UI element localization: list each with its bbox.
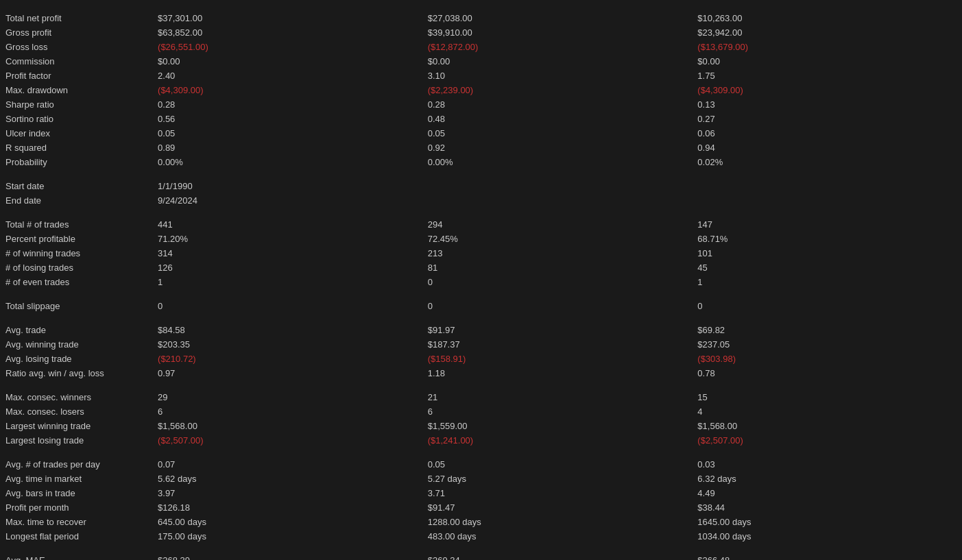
row-label: Avg. bars in trade (0, 486, 152, 500)
table-row: Gross profit$63,852.00$39,910.00$23,942.… (0, 25, 962, 40)
row-short: 1034.00 days (692, 529, 962, 544)
row-short (692, 193, 962, 208)
row-long: 213 (422, 246, 693, 260)
row-all: ($4,309.00) (152, 83, 422, 97)
row-short: $23,942.00 (692, 25, 962, 40)
row-label: Avg. time in market (0, 472, 152, 486)
table-row: # of even trades101 (0, 275, 962, 289)
row-label: Profit factor (0, 69, 152, 83)
row-long: 0.28 (422, 97, 693, 112)
row-long: 0.05 (422, 457, 693, 472)
row-label: Avg. MAE (0, 553, 152, 560)
row-short: 68.71% (692, 232, 962, 246)
row-short: 0 (692, 299, 962, 313)
row-long: 81 (422, 260, 693, 275)
row-long: 0 (422, 275, 693, 289)
row-all: $0.00 (152, 54, 422, 69)
table-row: Max. time to recover645.00 days1288.00 d… (0, 515, 962, 529)
row-all: $126.18 (152, 500, 422, 515)
row-long: 5.27 days (422, 472, 693, 486)
table-row: Total slippage000 (0, 299, 962, 313)
row-all: $37,301.00 (152, 11, 422, 25)
row-label: Sortino ratio (0, 112, 152, 126)
row-short: 15 (692, 390, 962, 404)
performance-table-container: Total net profit$37,301.00$27,038.00$10,… (0, 0, 962, 560)
row-short: 101 (692, 246, 962, 260)
row-short: ($4,309.00) (692, 83, 962, 97)
row-label: Ratio avg. win / avg. loss (0, 366, 152, 380)
row-all: 441 (152, 217, 422, 232)
row-long: 1288.00 days (422, 515, 693, 529)
row-long: 6 (422, 404, 693, 419)
row-all: $203.35 (152, 337, 422, 352)
row-short: ($2,507.00) (692, 433, 962, 448)
row-all: 175.00 days (152, 529, 422, 544)
row-all: ($210.72) (152, 352, 422, 366)
table-row: Sortino ratio0.560.480.27 (0, 112, 962, 126)
row-label: Avg. trade (0, 323, 152, 337)
row-all: $268.39 (152, 553, 422, 560)
row-long: 0.48 (422, 112, 693, 126)
row-short: 0.94 (692, 141, 962, 155)
row-short: 0.03 (692, 457, 962, 472)
table-row: Avg. time in market5.62 days5.27 days6.3… (0, 472, 962, 486)
table-row: Avg. MAE$268.39$269.34$266.48 (0, 553, 962, 560)
table-row: Profit factor2.403.101.75 (0, 69, 962, 83)
table-row: Percent profitable71.20%72.45%68.71% (0, 232, 962, 246)
spacer-row (0, 380, 962, 390)
table-row: Start date1/1/1990 (0, 179, 962, 193)
row-long: ($1,241.00) (422, 433, 693, 448)
table-row: Profit per month$126.18$91.47$38.44 (0, 500, 962, 515)
row-all: 645.00 days (152, 515, 422, 529)
row-short: 6.32 days (692, 472, 962, 486)
row-short: 1 (692, 275, 962, 289)
row-all: 0 (152, 299, 422, 313)
row-label: Largest losing trade (0, 433, 152, 448)
row-all: 71.20% (152, 232, 422, 246)
row-label: Percent profitable (0, 232, 152, 246)
row-long: ($12,872.00) (422, 40, 693, 54)
spacer-row (0, 448, 962, 457)
table-row: Avg. losing trade($210.72)($158.91)($303… (0, 352, 962, 366)
table-row: Avg. bars in trade3.973.714.49 (0, 486, 962, 500)
row-all: ($2,507.00) (152, 433, 422, 448)
row-all: 1/1/1990 (152, 179, 422, 193)
row-label: Gross loss (0, 40, 152, 54)
row-all: $63,852.00 (152, 25, 422, 40)
row-all: $1,568.00 (152, 419, 422, 433)
row-all: 9/24/2024 (152, 193, 422, 208)
row-all: 0.07 (152, 457, 422, 472)
row-long: 0.05 (422, 126, 693, 141)
row-long: $269.34 (422, 553, 693, 560)
row-label: Sharpe ratio (0, 97, 152, 112)
row-all: 0.00% (152, 155, 422, 169)
row-long: ($158.91) (422, 352, 693, 366)
row-label: Total net profit (0, 11, 152, 25)
table-row: # of winning trades314213101 (0, 246, 962, 260)
row-short: $1,568.00 (692, 419, 962, 433)
row-label: # of losing trades (0, 260, 152, 275)
row-short: ($13,679.00) (692, 40, 962, 54)
row-label: # of winning trades (0, 246, 152, 260)
row-label: Largest winning trade (0, 419, 152, 433)
row-all: 0.97 (152, 366, 422, 380)
spacer-row (0, 544, 962, 553)
row-long: $187.37 (422, 337, 693, 352)
spacer-row (0, 208, 962, 217)
row-short: $266.48 (692, 553, 962, 560)
row-all: 314 (152, 246, 422, 260)
header-short-trades (692, 0, 962, 11)
row-short: $237.05 (692, 337, 962, 352)
row-long: 294 (422, 217, 693, 232)
performance-table: Total net profit$37,301.00$27,038.00$10,… (0, 0, 962, 560)
table-row: Probability0.00%0.00%0.02% (0, 155, 962, 169)
row-short: 147 (692, 217, 962, 232)
row-label: Max. consec. losers (0, 404, 152, 419)
table-row: Max. drawdown($4,309.00)($2,239.00)($4,3… (0, 83, 962, 97)
row-label: Avg. losing trade (0, 352, 152, 366)
row-long: $1,559.00 (422, 419, 693, 433)
row-long: $27,038.00 (422, 11, 693, 25)
row-all: $84.58 (152, 323, 422, 337)
row-label: Avg. winning trade (0, 337, 152, 352)
header-performance (0, 0, 152, 11)
